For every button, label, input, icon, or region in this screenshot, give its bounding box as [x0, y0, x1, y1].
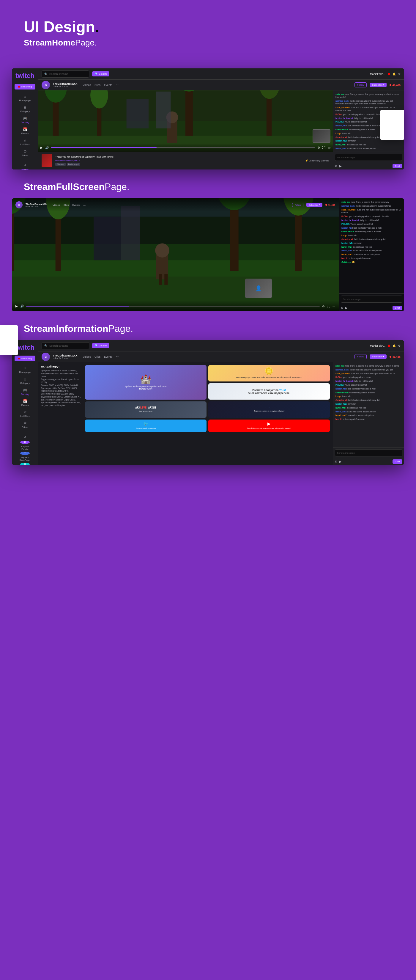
info-main-content: 🔍 Search streams 💎 Get Bits MahidFakh...…	[38, 340, 404, 465]
info-nav-clips[interactable]: Clips	[94, 354, 100, 360]
fs-chat-settings-icon[interactable]: ⚙	[341, 306, 343, 310]
fs-stream-nav: Videos Clips Events •••	[52, 202, 86, 208]
info-chat-bits-icon[interactable]: ▶	[339, 460, 342, 463]
info-channel-1[interactable]: K	[20, 441, 30, 444]
volume-button[interactable]: 🔊	[45, 146, 49, 149]
info-sidebar-prime[interactable]: ♔ Prime	[12, 419, 38, 430]
info-chat-send-button[interactable]: Chat	[392, 460, 402, 464]
info-sidebar-category[interactable]: ⊞ Category	[12, 375, 38, 386]
bits-icon: 💎	[94, 73, 97, 75]
arx-panel-text: Код за отстъпка	[135, 409, 156, 413]
fs-nav-events[interactable]: Events	[72, 202, 79, 208]
fs-fullscreen-button[interactable]: ⛶	[327, 304, 330, 308]
chat-input[interactable]: Send a message	[335, 154, 402, 161]
info-settings-icon[interactable]: ⚙	[398, 344, 400, 347]
info-sidebar-homepage[interactable]: ⌂ Homepage	[12, 364, 38, 375]
info-chat-msg-3: subs_counted: subs and non-subscribers j…	[335, 372, 402, 375]
streaming-button[interactable]: Streaming	[14, 84, 35, 89]
info-sidebar-lotsites[interactable]: ☆ Lot Sites	[12, 408, 38, 419]
sidebar-item-lotsites[interactable]: ☆ Lot Sites	[12, 137, 38, 148]
info-chat-settings-icon[interactable]: ⚙	[335, 460, 338, 463]
sidebar-item-homepage[interactable]: ⌂ Homepage	[12, 92, 38, 103]
fs-subscribe-button[interactable]: Subscribe ▾	[306, 203, 322, 207]
info-live-dot	[18, 358, 20, 360]
fs-nav-clips[interactable]: Clips	[64, 202, 69, 208]
fs-progress-bar[interactable]	[26, 305, 320, 307]
tag-battle-royal[interactable]: Battle royal	[67, 163, 80, 166]
info-chat-input[interactable]: Send a message	[335, 449, 402, 457]
info-streaming-button[interactable]: Streaming	[14, 356, 35, 361]
info-follow-button[interactable]: Follow	[354, 354, 367, 359]
info-get-bits-button[interactable]: 💎 Get Bits	[92, 343, 110, 348]
castle-panel[interactable]: 🏰 Архівта на българскияте стрийм свой св…	[85, 365, 206, 399]
stream-home-window: twitch Streaming ⌂ Homepage ⊞ Category 🎮…	[12, 68, 404, 169]
sidebar-item-category[interactable]: ⊞ Category	[12, 103, 38, 115]
info-channel-3[interactable]: U	[20, 463, 30, 465]
progress-bar[interactable]	[51, 147, 315, 148]
chat-send-button[interactable]: Chat	[392, 164, 402, 168]
info-content-inner: ПК "Дай игру": Процесор: Intel Core i9-9…	[41, 365, 330, 432]
luminosity-gaming: ⚡ Luminosity Gaming	[305, 159, 329, 162]
fs-volume-button[interactable]: 🔊	[20, 304, 24, 308]
info-live-indicator	[389, 356, 391, 358]
fs-chat-input[interactable]: Send a message	[341, 296, 402, 303]
fs-streamer-name: TheGodGamer.XXX	[25, 203, 47, 205]
chevron-up-icon[interactable]: ∧	[24, 163, 26, 167]
tag-shooter[interactable]: Shooter	[55, 163, 66, 166]
trust-panel[interactable]: Вземете продукт ва Trustсе от отстъпка и…	[208, 383, 330, 399]
follow-button[interactable]: Follow	[354, 82, 367, 88]
sidebar-item-events[interactable]: 📅 Events	[12, 126, 38, 137]
info-chat-panel: xinix_us: mas @pro_s, seems that game bl…	[333, 362, 404, 465]
info-stream-header: G TheGodGamer.XXX online for 3 hour Vide…	[38, 352, 404, 362]
nav-clips[interactable]: Clips	[94, 82, 100, 88]
info-nav-more[interactable]: •••	[116, 354, 118, 360]
ksg-panel[interactable]: f Вода кое пасмо на своид/рочибдими!	[208, 401, 330, 418]
fs-play-button[interactable]: ▶	[16, 304, 18, 308]
youtube-panel[interactable]: ▶ KнопBottom на да удавяте да ме абонира…	[208, 420, 330, 432]
info-nav-events[interactable]: Events	[104, 354, 112, 360]
fs-follow-button[interactable]: Follow	[292, 203, 303, 207]
info-search-bar[interactable]: 🔍 Search streams	[41, 342, 89, 349]
chat-username: Loop:	[335, 132, 341, 134]
fs-chat-msg-12: hund_hml: musicals are real tho	[341, 246, 402, 248]
fs-chat-msg-13: frandl_hml: sama ras as the estafesperso…	[341, 249, 402, 252]
twitter-panel[interactable]: 🐦 Не пропускайте нищо из	[85, 420, 206, 432]
info-nav-videos[interactable]: Videos	[83, 354, 91, 360]
fs-nav-more[interactable]: •••	[83, 202, 86, 208]
streamer-status: online for 3 hour	[53, 85, 78, 88]
svg-rect-32	[94, 217, 121, 261]
subscribe-button[interactable]: Subscribe ▾	[370, 83, 387, 87]
theater-button[interactable]: ▭	[328, 146, 330, 149]
channel-avatar-1[interactable]: K	[20, 169, 30, 169]
settings-button[interactable]: ⚙	[318, 146, 320, 149]
info-channel-2[interactable]: T	[20, 452, 30, 455]
fs-chat-send-button[interactable]: Chat	[392, 305, 402, 310]
arx-panel[interactable]: ARXLIVE АРХИВ Код за отстъпка	[85, 401, 206, 418]
fs-settings-button[interactable]: ⚙	[322, 304, 325, 308]
info-panels-area: ПК "Дай игру": Процесор: Intel Core i9-9…	[38, 362, 333, 465]
info-sidebar-gaming[interactable]: 🎮 Gaming	[12, 386, 38, 397]
nav-videos[interactable]: Videos	[83, 82, 91, 88]
nav-more[interactable]: •••	[116, 82, 118, 88]
sidebar-item-gaming[interactable]: 🎮 Gaming	[12, 115, 38, 126]
support-panel[interactable]: 🪙 Веча можда да помагате забота се смр'ч…	[208, 365, 330, 382]
chat-emote-icon[interactable]: ⚙	[335, 164, 338, 168]
fs-chat-bits-icon[interactable]: ▶	[345, 306, 348, 310]
info-chevron-up[interactable]: ∧	[24, 435, 26, 438]
search-bar[interactable]: 🔍 Search streams	[41, 70, 89, 78]
play-button[interactable]: ▶	[40, 146, 43, 149]
info-subscribe-button[interactable]: Subscribe ▾	[370, 355, 387, 359]
stream-header: G TheGodGamer.XXX online for 3 hour Vide…	[38, 80, 404, 91]
fullscreen-button[interactable]: ⛶	[322, 146, 325, 149]
sidebar-item-prime[interactable]: ♔ Prime	[12, 148, 38, 159]
settings-icon[interactable]: ⚙	[398, 73, 400, 76]
video-player[interactable]: ▶ 🔊 ⚙ ⛶ ▭	[38, 91, 333, 152]
get-bits-button[interactable]: 💎 Get Bits	[92, 72, 110, 76]
fs-nav-videos[interactable]: Videos	[52, 202, 60, 208]
nav-events[interactable]: Events	[104, 82, 112, 88]
chat-bits-icon[interactable]: ▶	[339, 164, 342, 168]
info-chat-msg-2: nothins_nark: the bonce has ads pink but…	[335, 368, 402, 371]
fs-theater-button[interactable]: ▭	[332, 304, 335, 308]
youtube-panel-text: KнопBottom на да удавяте да ме абонирайт…	[246, 426, 292, 430]
info-sidebar-events[interactable]: 📅 Events	[12, 397, 38, 408]
